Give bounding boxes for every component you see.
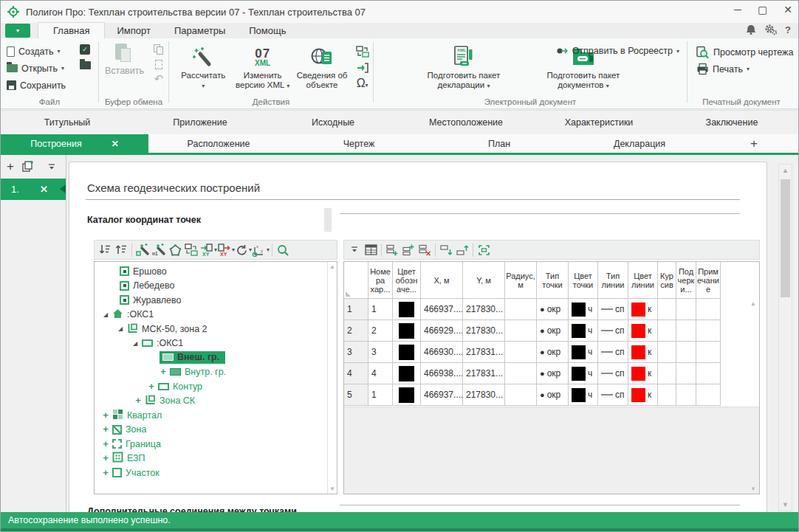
x-cell[interactable]: 466938.... bbox=[421, 363, 463, 384]
menu-tab-2[interactable]: Импорт bbox=[105, 23, 162, 38]
note-cell[interactable] bbox=[696, 299, 721, 320]
line-color-cell[interactable]: к bbox=[628, 363, 658, 384]
fullscreen-table-button[interactable] bbox=[476, 241, 492, 259]
duplicate-page-icon[interactable] bbox=[21, 160, 34, 173]
point-type-cell[interactable]: ●окр bbox=[537, 363, 569, 384]
expander-open-icon[interactable]: ◢ bbox=[114, 325, 127, 332]
italic-cell[interactable] bbox=[658, 320, 676, 342]
line-type-cell[interactable]: сп bbox=[598, 320, 628, 342]
section-tab-6[interactable]: Заключение bbox=[665, 111, 798, 134]
axes-button[interactable]: xy▾ bbox=[252, 241, 270, 259]
paste-special-icon[interactable] bbox=[155, 60, 162, 69]
italic-cell[interactable] bbox=[658, 299, 676, 320]
expander-open-icon[interactable]: ◢ bbox=[128, 340, 142, 347]
number-cell[interactable]: 1 bbox=[368, 299, 393, 320]
point-color-cell[interactable]: ч bbox=[569, 320, 598, 342]
scroll-up-icon[interactable]: ▲ bbox=[329, 263, 335, 270]
tree-item-11[interactable]: +Квартал bbox=[95, 408, 326, 423]
subsection-tab-4[interactable]: Декларация bbox=[569, 134, 710, 153]
column-header-4[interactable]: X, м bbox=[421, 262, 463, 299]
tree-item-5[interactable]: ◢МСК-50, зона 2 bbox=[95, 322, 326, 336]
row-index-cell[interactable]: 1 bbox=[344, 299, 368, 320]
recent-folder-icon[interactable] bbox=[80, 61, 91, 69]
save-as-check-icon[interactable]: ✓ bbox=[80, 44, 90, 55]
expander-plus-icon[interactable]: + bbox=[145, 383, 158, 390]
italic-cell[interactable] bbox=[658, 384, 676, 406]
y-cell[interactable]: 217830... bbox=[463, 320, 505, 342]
column-header-5[interactable]: Y, м bbox=[463, 262, 505, 299]
tree-item-7[interactable]: Внеш. гр. bbox=[95, 350, 326, 365]
export-xy-button[interactable]: XY▾ bbox=[217, 241, 235, 259]
tree-item-10[interactable]: +Зона СК bbox=[95, 394, 326, 409]
page-tab-1[interactable]: 1. ✕ bbox=[1, 179, 66, 200]
expander-open-icon[interactable]: ◢ bbox=[99, 311, 112, 318]
tree-item-6[interactable]: ◢:ОКС1 bbox=[95, 336, 326, 351]
number-cell[interactable]: 1 bbox=[368, 384, 393, 406]
subsection-tab-1[interactable]: Расположение bbox=[148, 134, 289, 153]
column-header-11[interactable]: Курсив bbox=[658, 262, 676, 299]
copy-icon[interactable] bbox=[154, 44, 164, 55]
note-cell[interactable] bbox=[696, 363, 721, 384]
notifications-bell-icon[interactable] bbox=[745, 24, 757, 35]
undo-icon[interactable]: ↶ bbox=[154, 75, 164, 83]
swap-contours-button[interactable] bbox=[183, 241, 199, 259]
save-button[interactable]: Сохранить bbox=[7, 77, 95, 93]
radius-cell[interactable] bbox=[505, 320, 537, 342]
expander-plus-icon[interactable]: + bbox=[99, 441, 112, 448]
table-options-icon[interactable] bbox=[346, 241, 363, 259]
section-tab-3[interactable]: Исходные bbox=[267, 111, 400, 134]
section-tab-2[interactable]: Приложение bbox=[134, 111, 267, 134]
number-cell[interactable]: 3 bbox=[368, 342, 393, 363]
insert-row-button[interactable] bbox=[400, 241, 416, 259]
line-color-cell[interactable]: к bbox=[628, 299, 658, 320]
minimize-icon[interactable]: ─ bbox=[734, 3, 741, 16]
tree-item-8[interactable]: +Внутр. гр. bbox=[95, 365, 326, 380]
x-cell[interactable]: 466937.... bbox=[421, 384, 463, 406]
renumber-up-button[interactable] bbox=[113, 241, 129, 259]
auto-number-wand-button[interactable] bbox=[134, 241, 151, 259]
section-tab-5[interactable]: Характеристики bbox=[532, 111, 665, 134]
delete-row-button[interactable] bbox=[416, 241, 433, 259]
close-icon[interactable]: ✕ bbox=[783, 3, 792, 16]
radius-cell[interactable] bbox=[505, 342, 537, 363]
underline-cell[interactable] bbox=[676, 320, 696, 342]
tree-item-15[interactable]: +Участок bbox=[95, 466, 326, 480]
section-tab-1[interactable]: Титульный bbox=[1, 111, 134, 134]
move-row-down-button[interactable] bbox=[438, 241, 454, 259]
line-color-cell[interactable]: к bbox=[628, 384, 658, 406]
page-tab-close-icon[interactable]: ✕ bbox=[40, 184, 48, 195]
tree-item-1[interactable]: Ершово bbox=[95, 264, 326, 279]
x-cell[interactable]: 466937.... bbox=[421, 299, 463, 320]
line-color-cell[interactable]: к bbox=[628, 320, 658, 342]
app-menu-button[interactable]: ▾ bbox=[5, 24, 30, 38]
tree-item-3[interactable]: Журавлево bbox=[95, 293, 326, 308]
point-color-cell[interactable]: ч bbox=[569, 342, 598, 363]
polygon-button[interactable] bbox=[167, 241, 183, 259]
table-scrollbar[interactable]: ▲ ▼ bbox=[749, 300, 758, 492]
paste-button[interactable]: Вставить bbox=[105, 44, 143, 76]
designation-color-cell[interactable] bbox=[393, 363, 421, 384]
column-header-8[interactable]: Цвет точки bbox=[569, 262, 598, 299]
expander-plus-icon[interactable]: + bbox=[131, 397, 145, 404]
column-header-2[interactable]: Номера хар... bbox=[368, 262, 393, 299]
table-view-button[interactable] bbox=[363, 241, 379, 259]
row-index-cell[interactable]: 2 bbox=[344, 320, 368, 342]
column-header-1[interactable] bbox=[344, 262, 368, 299]
line-type-cell[interactable]: сп bbox=[598, 384, 628, 406]
prepare-declaration-package-button[interactable]: XML Подготовить пакет декларации ▾ bbox=[409, 43, 518, 91]
panel-splitter[interactable] bbox=[324, 208, 332, 232]
scroll-down-icon[interactable]: ▼ bbox=[329, 486, 335, 492]
import-xy-button[interactable]: XY▾ bbox=[199, 241, 217, 259]
scroll-up-icon[interactable]: ▲ bbox=[779, 167, 792, 174]
send-to-rosreestr-button[interactable]: Отправить в Росреестр ▾ bbox=[556, 45, 679, 57]
subsection-tab-2[interactable]: Чертеж bbox=[289, 134, 429, 153]
column-header-6[interactable]: Радиус, м bbox=[505, 262, 537, 299]
radius-cell[interactable] bbox=[505, 299, 537, 320]
radius-cell[interactable] bbox=[505, 384, 537, 406]
rotate-button[interactable]: ▾ bbox=[235, 241, 252, 259]
designation-color-cell[interactable] bbox=[393, 342, 421, 363]
add-page-button[interactable]: + bbox=[7, 162, 14, 172]
point-type-cell[interactable]: ●окр bbox=[537, 384, 569, 406]
italic-cell[interactable] bbox=[658, 363, 676, 384]
x-cell[interactable]: 466929.... bbox=[421, 320, 463, 342]
